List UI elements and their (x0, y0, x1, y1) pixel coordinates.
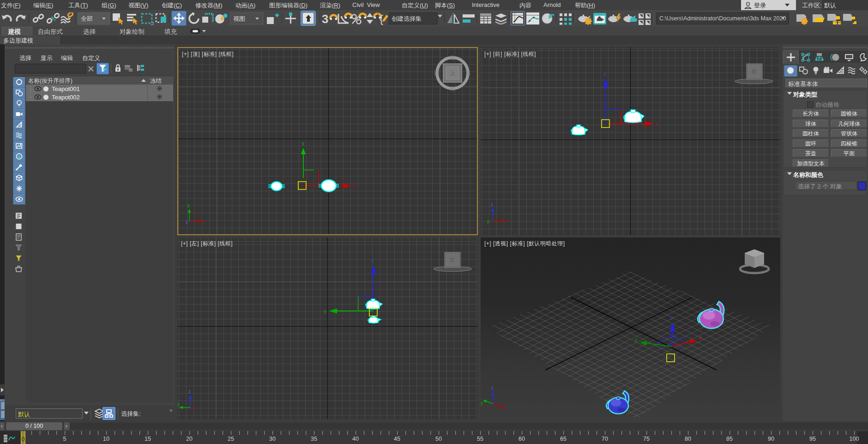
svg-text:y: y (302, 141, 304, 146)
svg-text:x: x (699, 335, 701, 340)
svg-text:南: 南 (450, 86, 455, 91)
svg-text:北: 北 (450, 55, 455, 61)
svg-text:y: y (487, 219, 489, 224)
svg-text:65: 65 (560, 436, 567, 442)
svg-text:z: z (188, 389, 191, 394)
svg-text:55: 55 (477, 436, 483, 442)
svg-text:x: x (202, 219, 205, 224)
svg-text:60: 60 (518, 436, 525, 442)
svg-text:35: 35 (311, 436, 317, 442)
svg-text:90: 90 (768, 436, 774, 442)
svg-text:y: y (635, 337, 637, 342)
svg-text:y: y (324, 309, 326, 314)
svg-text:70: 70 (602, 436, 608, 442)
svg-text:100: 100 (850, 436, 859, 442)
svg-text:西: 西 (434, 70, 440, 76)
svg-text:x: x (655, 122, 657, 127)
svg-text:y: y (187, 203, 190, 208)
svg-text:z: z (491, 202, 493, 207)
svg-text:z: z (372, 258, 374, 263)
svg-text:y: y (481, 401, 483, 406)
svg-text:25: 25 (228, 436, 234, 442)
svg-text:3: 3 (322, 12, 328, 25)
svg-text:50: 50 (435, 436, 442, 442)
svg-text:左: 左 (450, 257, 455, 262)
svg-text:15: 15 (145, 436, 151, 442)
svg-text:5: 5 (63, 436, 66, 442)
svg-text:z: z (186, 219, 188, 225)
svg-text:0: 0 (22, 436, 25, 443)
svg-text:x: x (504, 405, 506, 410)
svg-text:东: 东 (466, 70, 471, 76)
svg-text:95: 95 (809, 436, 816, 442)
svg-text:85: 85 (726, 436, 733, 442)
svg-text:z: z (604, 72, 606, 77)
svg-text:40: 40 (352, 436, 359, 442)
svg-text:{: { (380, 12, 383, 25)
svg-text:z: z (671, 316, 673, 321)
svg-text:x: x (506, 218, 508, 223)
svg-text:前: 前 (752, 69, 757, 74)
svg-text:30: 30 (269, 436, 276, 442)
svg-text:z: z (491, 385, 494, 390)
svg-text:x: x (352, 183, 355, 189)
svg-text:20: 20 (186, 436, 193, 442)
svg-text:45: 45 (394, 436, 400, 442)
svg-text:y: y (177, 401, 180, 407)
svg-text:75: 75 (643, 436, 650, 442)
svg-text:10: 10 (103, 436, 109, 442)
svg-text:80: 80 (685, 436, 691, 442)
svg-text:上: 上 (450, 70, 455, 76)
svg-text:x: x (193, 405, 195, 410)
